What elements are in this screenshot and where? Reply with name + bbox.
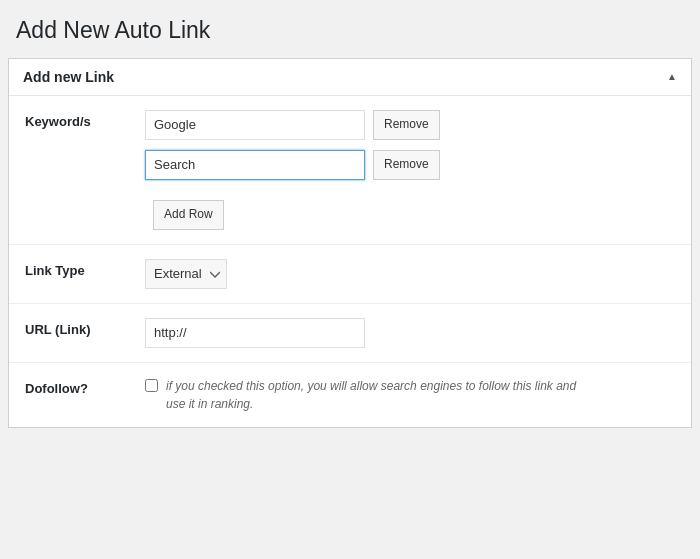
dofollow-controls: if you checked this option, you will all… xyxy=(145,377,586,413)
remove-keyword-1-button[interactable]: Remove xyxy=(373,110,440,140)
link-type-controls: External Internal xyxy=(145,259,675,289)
add-new-link-card: Add new Link ▲ Keyword/s Remove Remove A… xyxy=(8,58,692,428)
link-type-form-row: Link Type External Internal xyxy=(9,245,691,304)
dofollow-description: if you checked this option, you will all… xyxy=(166,377,586,413)
collapse-icon[interactable]: ▲ xyxy=(667,71,677,82)
keywords-controls: Remove Remove Add Row xyxy=(145,110,675,230)
link-type-label: Link Type xyxy=(25,259,145,278)
url-controls xyxy=(145,318,675,348)
keywords-label: Keyword/s xyxy=(25,110,145,129)
page-title: Add New Auto Link xyxy=(16,16,684,46)
keyword-row-1: Remove xyxy=(145,110,675,140)
card-header: Add new Link ▲ xyxy=(9,59,691,96)
dofollow-checkbox[interactable] xyxy=(145,379,158,392)
url-label: URL (Link) xyxy=(25,318,145,337)
card-body: Keyword/s Remove Remove Add Row Link Typ… xyxy=(9,96,691,427)
page-header: Add New Auto Link xyxy=(0,0,700,58)
link-type-select-wrapper: External Internal xyxy=(145,259,227,289)
keywords-form-row: Keyword/s Remove Remove Add Row xyxy=(9,96,691,245)
dofollow-form-row: Dofollow? if you checked this option, yo… xyxy=(9,363,691,427)
url-form-row: URL (Link) xyxy=(9,304,691,363)
keyword-row-2: Remove xyxy=(145,150,675,180)
dofollow-label: Dofollow? xyxy=(25,377,145,396)
add-row-container: Add Row xyxy=(145,190,675,230)
url-input[interactable] xyxy=(145,318,365,348)
keyword-input-1[interactable] xyxy=(145,110,365,140)
keyword-input-2[interactable] xyxy=(145,150,365,180)
add-row-button[interactable]: Add Row xyxy=(153,200,224,230)
card-header-title: Add new Link xyxy=(23,69,114,85)
link-type-select[interactable]: External Internal xyxy=(145,259,227,289)
remove-keyword-2-button[interactable]: Remove xyxy=(373,150,440,180)
